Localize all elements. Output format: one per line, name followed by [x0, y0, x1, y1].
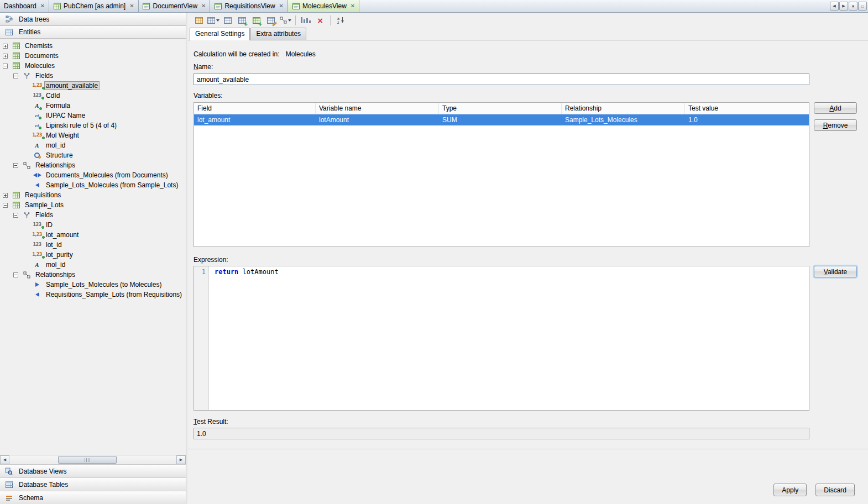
close-icon[interactable]: ✕ [201, 3, 206, 9]
scrollbar-thumb[interactable] [58, 456, 117, 464]
field-chooser-icon[interactable] [299, 14, 312, 27]
tree-item-mol-id[interactable]: Amol_id [0, 260, 186, 270]
scroll-right-button[interactable]: ▶ [176, 455, 186, 464]
variables-column-header-test-value[interactable]: Test value [685, 103, 809, 114]
window-tab-dashboard[interactable]: Dashboard✕ [0, 0, 49, 12]
tab-extra-attributes[interactable]: Extra attributes [250, 28, 306, 40]
entity-icon [11, 42, 22, 50]
scroll-tabs-left-button[interactable]: ◀ [830, 2, 839, 11]
sort-fields-icon[interactable]: az [334, 14, 347, 27]
tree-item-amount-available[interactable]: 1,23amount_available [0, 81, 186, 91]
name-input[interactable] [194, 74, 809, 85]
variables-column-header-field[interactable]: Field [194, 103, 316, 114]
close-icon[interactable]: ✕ [40, 3, 45, 9]
add-variable-button[interactable]: Add [814, 102, 857, 114]
window-tab-label: DocumentView [153, 2, 197, 10]
tree-item-sample-lots-molecules-to-molecules[interactable]: Sample_Lots_Molecules (to Molecules) [0, 280, 186, 290]
panel-database-tables[interactable]: Database Tables [0, 477, 186, 491]
tree-item-documents-molecules-from-documents[interactable]: Documents_Molecules (from Documents) [0, 170, 186, 180]
expression-editor[interactable]: 1 return lotAmount [194, 266, 809, 411]
tree-item-requisitions[interactable]: Requisitions [0, 190, 186, 200]
tree-item-iupac-name[interactable]: ctIUPAC Name [0, 111, 186, 120]
apply-button[interactable]: Apply [773, 484, 807, 496]
tree-item-chemists[interactable]: Chemists [0, 41, 186, 51]
tree-item-label: Relationships [34, 270, 77, 279]
tree-item-mol-weight[interactable]: 1,23Mol Weight [0, 130, 186, 140]
collapse-icon[interactable] [13, 213, 18, 218]
close-icon[interactable]: ✕ [129, 3, 134, 9]
collapse-icon[interactable] [13, 74, 18, 78]
tree-item-label: Sample_Lots_Molecules (to Molecules) [44, 280, 163, 289]
tree-item-label: Fields [34, 71, 55, 80]
tree-item-lot-purity[interactable]: 1,23lot_purity [0, 250, 186, 260]
form-icon [214, 2, 222, 11]
new-grid-view-icon[interactable] [207, 14, 220, 27]
maximize-button[interactable]: □ [858, 2, 867, 11]
collapse-icon[interactable] [3, 64, 8, 69]
variables-table[interactable]: FieldVariable nameTypeRelationshipTest v… [194, 102, 809, 247]
tree-item-cdid[interactable]: 123CdId [0, 91, 186, 101]
collapse-icon[interactable] [3, 203, 8, 208]
variables-column-header-type[interactable]: Type [439, 103, 562, 114]
test-result-field [194, 428, 809, 439]
data-trees-title: Data trees [19, 15, 49, 23]
variables-column-header-variable-name[interactable]: Variable name [316, 103, 439, 114]
tree-horizontal-scrollbar[interactable]: ◀ ▶ [0, 455, 186, 464]
edit-entity-icon[interactable] [264, 14, 278, 27]
variables-row[interactable]: lot_amountlotAmountSUMSample_Lots_Molecu… [194, 114, 809, 125]
tree-item-requisitions-sample-lots-from-requisitions[interactable]: Requisitions_Sample_Lots (from Requisiti… [0, 290, 186, 300]
scroll-left-button[interactable]: ◀ [0, 455, 9, 464]
collapse-icon[interactable] [13, 272, 18, 277]
tree-item-id[interactable]: 123ID [0, 220, 186, 230]
tree-item-formula[interactable]: AFormula [0, 101, 186, 111]
entity-icon [11, 62, 22, 70]
tree-item-lot-amount[interactable]: 1,23lot_amount [0, 230, 186, 240]
tree-item-lot-id[interactable]: 123lot_id [0, 240, 186, 250]
new-form-view-icon[interactable] [221, 14, 234, 27]
expand-icon[interactable] [3, 44, 8, 49]
expand-icon[interactable] [3, 193, 8, 198]
tree-item-fields[interactable]: Fields [0, 71, 186, 81]
expression-keyword: return [215, 268, 238, 276]
tree-item-documents[interactable]: Documents [0, 51, 186, 61]
window-tab-pubchem-as-admin[interactable]: PubChem [as admin]✕ [49, 0, 138, 12]
close-icon[interactable]: ✕ [279, 3, 284, 9]
collapse-icon[interactable] [13, 163, 18, 168]
expression-code[interactable]: return lotAmount [209, 266, 279, 410]
tree-item-sample-lots-molecules-from-sample-lots[interactable]: Sample_Lots_Molecules (from Sample_Lots) [0, 180, 186, 190]
remove-variable-button[interactable]: Remove [814, 119, 857, 131]
delete-item-icon[interactable]: × [313, 14, 327, 27]
discard-button-label: Discard [824, 486, 846, 494]
tree-item-lipinski-rule-of-5-4-of-4[interactable]: ctLipinski rule of 5 (4 of 4) [0, 120, 186, 130]
entities-header[interactable]: Entities [0, 26, 186, 39]
tab-general-settings[interactable]: General Settings [190, 28, 250, 40]
window-tab-requisitionsview[interactable]: RequisitionsView✕ [210, 0, 288, 12]
new-data-tree-icon[interactable] [192, 14, 206, 27]
panel-database-views[interactable]: Database Views [0, 464, 186, 477]
validate-button[interactable]: Validate [814, 266, 857, 277]
expand-icon[interactable] [3, 54, 8, 59]
close-icon[interactable]: ✕ [351, 3, 355, 9]
tree-item-mol-id[interactable]: Amol_id [0, 140, 186, 150]
tab-list-button[interactable]: ▼ [849, 2, 857, 11]
new-standard-field-icon[interactable]: + [236, 14, 249, 27]
new-calculated-field-icon[interactable]: + [250, 14, 263, 27]
window-tab-documentview[interactable]: DocumentView✕ [139, 0, 211, 12]
tree-item-structure[interactable]: Structure [0, 150, 186, 160]
tree-item-fields[interactable]: Fields [0, 210, 186, 220]
field-structure-icon [32, 151, 43, 160]
tree-item-relationships[interactable]: Relationships [0, 160, 186, 170]
tree-item-sample-lots[interactable]: Sample_Lots [0, 200, 186, 210]
new-relationship-icon[interactable] [279, 14, 292, 27]
discard-button[interactable]: Discard [815, 484, 855, 496]
panel-schema[interactable]: Schema [0, 491, 186, 504]
scroll-tabs-right-button[interactable]: ▶ [839, 2, 848, 11]
tree-item-molecules[interactable]: Molecules [0, 61, 186, 71]
toolbar-separator [330, 15, 331, 25]
data-trees-header[interactable]: Data trees [0, 13, 186, 26]
window-tab-moleculesview[interactable]: MoleculesView✕ [288, 0, 359, 12]
scrollbar-track[interactable] [9, 455, 176, 464]
tree-item-relationships[interactable]: Relationships [0, 270, 186, 280]
variables-column-header-relationship[interactable]: Relationship [562, 103, 685, 114]
svg-text:z: z [337, 20, 339, 24]
